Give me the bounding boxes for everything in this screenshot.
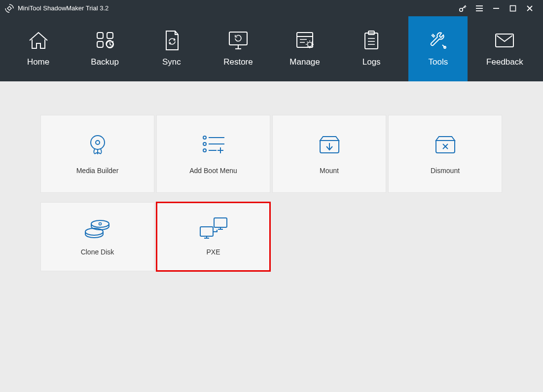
dismount-icon xyxy=(433,133,458,155)
backup-icon xyxy=(94,31,116,50)
svg-point-28 xyxy=(96,141,100,144)
logs-icon xyxy=(362,31,380,50)
sync-icon xyxy=(162,31,181,50)
nav-logs-label: Logs xyxy=(362,57,381,67)
svg-point-33 xyxy=(203,149,206,152)
manage-icon xyxy=(294,31,316,50)
nav-sync-label: Sync xyxy=(162,57,181,67)
feedback-icon xyxy=(494,31,515,50)
svg-point-41 xyxy=(91,220,109,227)
svg-point-19 xyxy=(308,42,312,47)
key-icon[interactable] xyxy=(454,0,471,16)
tool-add-boot-menu[interactable]: Add Boot Menu xyxy=(156,115,270,193)
svg-rect-12 xyxy=(229,32,247,45)
svg-point-29 xyxy=(203,136,206,139)
tool-mount-label: Mount xyxy=(320,167,339,175)
menu-icon[interactable] xyxy=(471,0,488,16)
nav-home-label: Home xyxy=(27,57,49,67)
tool-clone-disk[interactable]: Clone Disk xyxy=(40,202,154,271)
nav-restore-label: Restore xyxy=(223,57,253,67)
tool-mount[interactable]: Mount xyxy=(272,115,386,193)
tools-icon xyxy=(428,31,448,50)
svg-rect-9 xyxy=(107,33,113,38)
svg-point-31 xyxy=(203,143,206,145)
pxe-icon xyxy=(197,217,230,239)
tool-add-boot-menu-label: Add Boot Menu xyxy=(189,167,237,175)
clone-disk-icon xyxy=(83,217,112,239)
svg-rect-15 xyxy=(297,33,313,47)
nav-restore[interactable]: Restore xyxy=(209,16,268,81)
nav-feedback[interactable]: Feedback xyxy=(475,16,534,81)
nav-backup-label: Backup xyxy=(91,57,119,67)
svg-point-0 xyxy=(460,8,463,11)
nav-manage-label: Manage xyxy=(290,57,320,67)
maximize-button[interactable] xyxy=(505,0,521,16)
main-nav: Home Backup Sync Restore Manage Logs xyxy=(0,16,543,81)
nav-sync[interactable]: Sync xyxy=(142,16,201,81)
svg-rect-10 xyxy=(97,41,103,47)
tool-pxe[interactable]: PXE xyxy=(156,202,270,271)
nav-home[interactable]: Home xyxy=(9,16,68,81)
tools-panel: Media Builder Add Boot Menu Mount Dismou… xyxy=(0,81,543,305)
close-button[interactable] xyxy=(521,0,538,16)
tool-clone-disk-label: Clone Disk xyxy=(81,248,114,256)
mount-icon xyxy=(317,133,342,155)
app-logo-icon xyxy=(5,4,14,13)
nav-tools-label: Tools xyxy=(428,57,448,67)
svg-rect-8 xyxy=(97,33,103,38)
svg-rect-46 xyxy=(200,227,213,236)
tool-dismount-label: Dismount xyxy=(431,167,460,175)
home-icon xyxy=(28,31,49,50)
svg-point-42 xyxy=(99,223,101,225)
tool-dismount[interactable]: Dismount xyxy=(388,115,502,193)
media-builder-icon xyxy=(86,133,109,155)
nav-manage[interactable]: Manage xyxy=(275,16,334,81)
tool-media-builder-label: Media Builder xyxy=(76,167,119,175)
svg-rect-43 xyxy=(214,218,227,227)
svg-rect-5 xyxy=(510,5,516,11)
nav-tools[interactable]: Tools xyxy=(408,16,468,81)
svg-point-27 xyxy=(91,136,105,149)
nav-feedback-label: Feedback xyxy=(486,57,523,67)
tool-pxe-label: PXE xyxy=(206,248,220,256)
add-boot-menu-icon xyxy=(200,133,227,155)
svg-rect-20 xyxy=(365,33,378,49)
minimize-button[interactable] xyxy=(488,0,505,16)
nav-logs[interactable]: Logs xyxy=(342,16,401,81)
nav-backup[interactable]: Backup xyxy=(75,16,135,81)
svg-rect-26 xyxy=(496,34,513,47)
tool-media-builder[interactable]: Media Builder xyxy=(40,115,154,193)
app-title: MiniTool ShadowMaker Trial 3.2 xyxy=(18,4,109,12)
restore-icon xyxy=(226,31,250,50)
titlebar: MiniTool ShadowMaker Trial 3.2 xyxy=(0,0,543,16)
